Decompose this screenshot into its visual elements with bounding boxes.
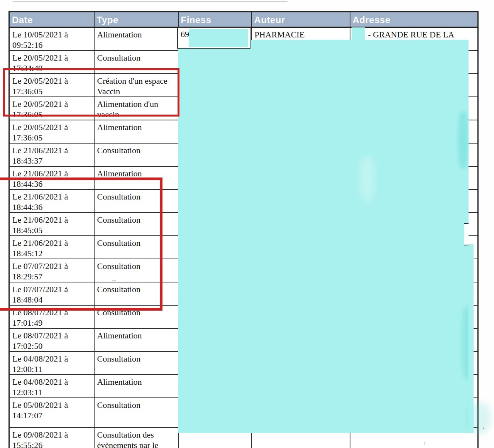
cell-date: Le 09/08/2021 à 15:55:26 xyxy=(9,428,94,448)
unredacted-notch xyxy=(464,223,469,245)
scan-speck xyxy=(483,428,484,429)
cell-type: Alimentation xyxy=(94,27,178,51)
column-header-auteur: Auteur xyxy=(252,12,350,27)
cell-date: Le 04/08/2021 à 12:03:11 xyxy=(9,375,94,398)
annotation-box-vaccine-rows xyxy=(3,68,179,117)
redaction-patch-finess xyxy=(189,29,248,47)
redaction-block-main xyxy=(178,40,469,433)
annotation-box-consultation-rows xyxy=(0,178,162,311)
finess-cell-box: 69 xyxy=(177,27,250,49)
column-header-finess: Finess xyxy=(178,12,252,27)
cell-type: Alimentation xyxy=(94,328,178,352)
column-header-date: Date xyxy=(9,12,94,27)
cell-date: Le 08/07/2021 à 17:02:50 xyxy=(9,328,94,352)
cell-date: Le 21/06/2021 à 18:43:37 xyxy=(9,143,94,166)
cell-type: Consultation xyxy=(94,143,178,166)
cell-date: Le 04/08/2021 à 12:00:11 xyxy=(9,352,94,375)
scanned-document-page: Date Type Finess Auteur Adresse Le 10/05… xyxy=(0,0,494,448)
cell-type: Alimentation xyxy=(94,120,178,143)
finess-value: 69 xyxy=(181,29,189,39)
column-header-type: Type xyxy=(94,12,178,27)
scan-speck xyxy=(112,281,116,281)
cell-date: Le 05/08/2021 à 14:17:07 xyxy=(9,398,94,428)
scan-smudge xyxy=(458,111,468,169)
cell-type: Consultation des évènements par le médec… xyxy=(94,428,178,448)
redaction-patch-adresse-number xyxy=(352,27,365,40)
header-row: Date Type Finess Auteur Adresse xyxy=(9,12,478,27)
cell-type: Consultation xyxy=(94,352,178,375)
scan-artifact-line xyxy=(13,1,288,2)
scan-smudge xyxy=(360,156,375,202)
column-header-adresse: Adresse xyxy=(350,12,478,27)
cell-date: Le 20/05/2021 à 17:36:05 xyxy=(9,120,94,143)
cell-type: Consultation xyxy=(94,398,178,428)
cell-type: Alimentation xyxy=(94,375,178,398)
redaction-block-right-strip xyxy=(469,244,474,433)
cell-date: Le 10/05/2021 à 09:52:16 xyxy=(9,27,94,51)
